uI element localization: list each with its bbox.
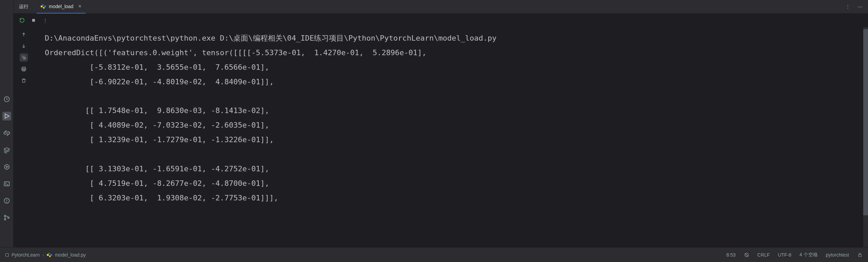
python-interpreter[interactable]: pytorchtest [826, 252, 849, 258]
run-tool-icon[interactable] [2, 112, 11, 121]
status-bar: PytorchLearn › model_load.py 8:53 CRLF U… [0, 247, 868, 262]
rerun-icon[interactable] [19, 17, 25, 23]
python-file-icon [41, 4, 46, 9]
indent-settings[interactable]: 4 个空格 [800, 252, 818, 258]
packages-icon[interactable] [2, 146, 11, 154]
tab-label: model_load [49, 4, 73, 9]
console-line [45, 89, 868, 104]
problems-icon[interactable] [2, 196, 11, 205]
stop-icon[interactable] [31, 17, 37, 23]
run-panel-header: 运行 model_load ✕ ⋮ — [14, 0, 868, 14]
python-file-icon [47, 252, 52, 258]
console-line: [[ 3.1303e-01, -1.6591e-01, -4.2752e-01]… [45, 162, 868, 176]
console-line: [ 4.4089e-02, -7.0323e-02, -2.6035e-01], [45, 118, 868, 133]
line-separator[interactable]: CRLF [757, 252, 770, 258]
svg-point-7 [4, 215, 5, 217]
more-icon[interactable]: ⋮ [845, 4, 850, 9]
services-icon[interactable] [2, 162, 11, 171]
minimize-icon[interactable]: — [857, 4, 863, 9]
svg-marker-3 [6, 166, 8, 167]
project-icon [5, 253, 9, 257]
svg-rect-15 [859, 255, 861, 257]
svg-point-8 [4, 219, 5, 220]
console-line: OrderedDict([('features.0.weight', tenso… [45, 46, 868, 60]
vcs-icon[interactable] [2, 213, 11, 222]
chevron-right-icon: › [42, 252, 44, 258]
left-tool-sidebar [0, 0, 14, 247]
cursor-position[interactable]: 8:53 [726, 252, 735, 258]
svg-point-6 [6, 202, 7, 202]
run-toolbar: ⋮ [14, 14, 868, 27]
console-line [45, 147, 868, 162]
svg-rect-12 [22, 68, 26, 70]
soft-wrap-icon[interactable] [20, 53, 28, 62]
console-output[interactable]: D:\AnacondaEnvs\pytorchtest\python.exe D… [34, 27, 868, 247]
console-line: [-6.9022e-01, -4.8019e-02, 4.8409e-01]], [45, 75, 868, 89]
reader-mode-icon[interactable] [744, 252, 749, 258]
console-line: [-5.8312e-01, 3.5655e-01, 7.6566e-01], [45, 60, 868, 75]
main-area: 运行 model_load ✕ ⋮ — ⋮ [14, 0, 868, 247]
more-actions-icon[interactable]: ⋮ [42, 17, 48, 23]
vertical-scrollbar[interactable] [863, 27, 868, 247]
breadcrumb-file[interactable]: model_load.py [55, 252, 86, 258]
scroll-down-icon[interactable] [20, 42, 28, 50]
console-line: D:\AnacondaEnvs\pytorchtest\python.exe D… [45, 31, 868, 46]
run-config-tab[interactable]: model_load ✕ [37, 0, 86, 14]
run-panel-title: 运行 [19, 4, 28, 10]
svg-rect-10 [32, 19, 35, 22]
close-icon[interactable]: ✕ [78, 4, 82, 9]
console-line: [ 6.3203e-01, 1.9308e-02, -2.7753e-01]]]… [45, 191, 868, 205]
console-line: [ 1.3239e-01, -1.7279e-01, -1.3226e-01]]… [45, 133, 868, 147]
lock-icon[interactable] [857, 252, 863, 258]
print-icon[interactable] [20, 65, 28, 73]
file-encoding[interactable]: UTF-8 [778, 252, 791, 258]
svg-rect-4 [4, 182, 9, 186]
python-console-icon[interactable] [2, 129, 11, 137]
terminal-icon[interactable] [2, 179, 11, 188]
console-line: [[ 1.7548e-01, 9.8630e-03, -8.1413e-02], [45, 104, 868, 118]
breadcrumb[interactable]: PytorchLearn › model_load.py [5, 252, 86, 258]
console-gutter [14, 27, 34, 247]
delete-icon[interactable] [20, 77, 28, 85]
scroll-up-icon[interactable] [20, 30, 28, 39]
profiler-icon[interactable] [2, 95, 11, 104]
svg-marker-1 [5, 114, 9, 118]
console-line: [ 4.7519e-01, -8.2677e-02, -4.8700e-01], [45, 176, 868, 191]
content-row: D:\AnacondaEnvs\pytorchtest\python.exe D… [14, 27, 868, 247]
breadcrumb-project[interactable]: PytorchLearn [12, 252, 40, 258]
scrollbar-thumb[interactable] [863, 29, 868, 215]
